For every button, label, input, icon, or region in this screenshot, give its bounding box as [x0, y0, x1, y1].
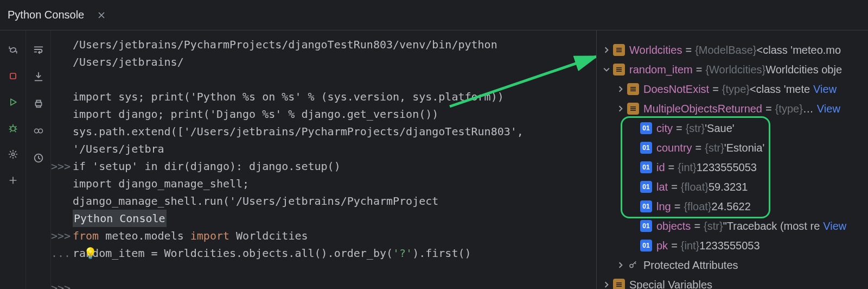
view-link[interactable]: View [817, 99, 840, 118]
prompt-gutter: ... [51, 244, 73, 262]
var-node-city[interactable]: 01city={str} 'Saue' [597, 118, 868, 138]
var-type: {type} [722, 79, 750, 99]
var-value: 'Estonia' [724, 138, 764, 158]
var-name: MultipleObjectsReturned [643, 99, 762, 118]
history-icon[interactable] [31, 151, 46, 165]
panel-title: Python Console [8, 9, 84, 21]
console-line: >>>if 'setup' in dir(django): django.set… [51, 158, 596, 175]
var-node-doesnotexist[interactable]: DoesNotExist={type} <class 'meteView [597, 79, 868, 99]
annotation-arrow [444, 47, 596, 112]
var-name: id [656, 158, 665, 177]
console-line: import django_manage_shell; django_manag… [51, 175, 596, 210]
chevron-right-icon[interactable] [614, 105, 627, 112]
chevron-right-icon[interactable] [600, 47, 613, 53]
field-icon: 01 [640, 122, 652, 134]
stop-icon[interactable] [8, 71, 18, 81]
svg-point-5 [39, 129, 43, 133]
var-group[interactable]: Special Variables [597, 275, 868, 289]
var-node-worldcities[interactable]: Worldcities={ModelBase} <class 'meteo.mo [597, 40, 868, 60]
var-value: 59.3231 [709, 177, 748, 197]
svg-rect-21 [616, 282, 622, 284]
console-line: ...random_item = Worldcities.objects.all… [51, 244, 596, 262]
var-node-random_item[interactable]: random_item={Worldcities} Worldcities ob… [597, 60, 868, 79]
field-icon: 01 [640, 142, 652, 154]
chevron-right-icon[interactable] [614, 262, 627, 268]
view-link[interactable]: View [823, 216, 846, 236]
add-icon[interactable] [8, 175, 18, 186]
field-icon: 01 [640, 240, 652, 252]
list-icon [613, 64, 625, 76]
console-line: >>>from meteo.models import Worldcities [51, 227, 596, 244]
var-label: Protected Attributes [643, 255, 738, 275]
prompt-gutter [51, 262, 73, 279]
list-icon [627, 103, 639, 115]
var-value: 1233555053 [697, 158, 757, 177]
console-output[interactable]: /Users/jetbrains/PycharmProjects/djangoT… [51, 30, 596, 289]
svg-point-2 [11, 153, 14, 156]
var-type: {ModelBase} [695, 40, 756, 60]
var-node-objects[interactable]: 01objects={str} "Traceback (most reView [597, 216, 868, 236]
debug-icon[interactable] [8, 123, 18, 134]
svg-rect-18 [630, 108, 636, 109]
show-variables-icon[interactable] [31, 124, 46, 138]
var-node-multipleobjectsreturned[interactable]: MultipleObjectsReturned={type} …View [597, 99, 868, 118]
var-node-country[interactable]: 01country={str} 'Estonia' [597, 138, 868, 158]
var-value: 'Saue' [705, 118, 734, 138]
prompt-gutter: >>> [51, 158, 73, 175]
list-icon [627, 83, 639, 95]
svg-rect-3 [35, 102, 41, 105]
var-type: {int} [681, 236, 699, 255]
var-node-pk[interactable]: 01pk={int} 1233555053 [597, 236, 868, 255]
var-node-lat[interactable]: 01lat={float} 59.3231 [597, 177, 868, 197]
settings-icon[interactable] [8, 149, 18, 160]
var-name: city [656, 118, 673, 138]
var-name: random_item [629, 60, 693, 79]
intention-bulb-icon[interactable]: 💡 [84, 244, 97, 262]
svg-rect-17 [630, 106, 636, 108]
var-node-id[interactable]: 01id={int} 1233555053 [597, 158, 868, 177]
var-type: {str} [704, 216, 723, 236]
prompt-gutter [51, 88, 73, 105]
prompt-gutter [51, 36, 73, 71]
var-name: country [656, 138, 692, 158]
var-name: lng [656, 197, 671, 216]
svg-rect-14 [630, 87, 636, 88]
prompt-gutter: >>> [51, 279, 73, 289]
field-icon: 01 [640, 220, 652, 232]
soft-wrap-icon[interactable] [31, 42, 46, 56]
svg-rect-23 [616, 286, 622, 287]
console-line: Python Console [51, 210, 596, 227]
view-link[interactable]: View [813, 79, 837, 99]
print-icon[interactable] [31, 97, 46, 111]
prompt-gutter [51, 71, 73, 88]
var-name: objects [656, 216, 691, 236]
list-icon [613, 279, 625, 289]
svg-rect-0 [10, 73, 16, 79]
var-value: "Traceback (most re [723, 216, 820, 236]
console-highlight: Python Console [73, 210, 167, 227]
key-icon [627, 259, 639, 271]
body-row: /Users/jetbrains/PycharmProjects/djangoT… [0, 30, 868, 289]
chevron-down-icon[interactable] [600, 66, 613, 73]
var-node-lng[interactable]: 01lng={float} 24.5622 [597, 197, 868, 216]
svg-point-20 [630, 265, 633, 268]
var-value: <class 'meteo.mo [757, 40, 841, 60]
close-panel-icon[interactable] [98, 12, 105, 18]
field-icon: 01 [640, 181, 652, 193]
rerun-icon[interactable] [8, 45, 18, 55]
run-icon[interactable] [8, 97, 18, 108]
prompt-gutter: >>> [51, 227, 73, 244]
field-icon: 01 [640, 161, 652, 173]
var-name: lat [656, 177, 668, 197]
var-group[interactable]: Protected Attributes [597, 255, 868, 275]
chevron-right-icon[interactable] [614, 86, 627, 92]
var-value: <class 'mete [750, 79, 810, 99]
root-container: Python Console [0, 0, 868, 289]
chevron-right-icon[interactable] [600, 281, 613, 288]
svg-rect-8 [616, 48, 622, 49]
svg-rect-16 [630, 90, 636, 91]
scroll-to-end-icon[interactable] [31, 70, 46, 84]
console-line: >>> [51, 279, 596, 289]
var-value: Worldcities obje [765, 60, 842, 79]
left-action-strip [0, 30, 26, 289]
